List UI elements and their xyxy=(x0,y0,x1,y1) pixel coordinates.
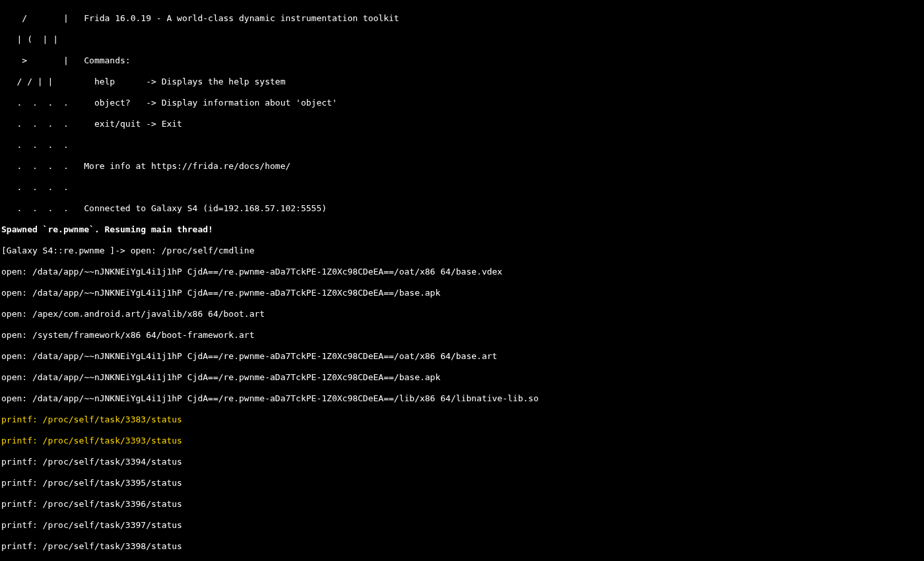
banner-line: / | Frida 16.0.19 - A world-class dynami… xyxy=(1,13,923,24)
banner-line: > | Commands: xyxy=(1,55,923,66)
open-line: open: /system/framework/x86 64/boot-fram… xyxy=(1,330,923,341)
printf-highlight: printf: /proc/self/task/3383/status xyxy=(1,414,923,425)
printf-line: printf: /proc/self/task/3395/status xyxy=(1,478,923,488)
banner-line: . . . . Connected to Galaxy S4 (id=192.1… xyxy=(1,203,923,214)
banner-line: | ( | | xyxy=(1,34,923,45)
open-line: open: /data/app/~~nJNKNEiYgL4i1j1hP CjdA… xyxy=(1,351,923,362)
banner-line: / / | | help -> Displays the help system xyxy=(1,77,923,87)
printf-line: printf: /proc/self/task/3398/status xyxy=(1,541,923,552)
banner-line: . . . . More info at https://frida.re/do… xyxy=(1,161,923,172)
banner-line: . . . . xyxy=(1,140,923,150)
open-line: open: /data/app/~~nJNKNEiYgL4i1j1hP CjdA… xyxy=(1,393,923,404)
open-line: open: /apex/com.android.art/javalib/x86 … xyxy=(1,309,923,319)
open-line: open: /data/app/~~nJNKNEiYgL4i1j1hP CjdA… xyxy=(1,288,923,298)
banner-line: . . . . object? -> Display information a… xyxy=(1,98,923,108)
spawned-line: Spawned `re.pwnme`. Resuming main thread… xyxy=(1,224,923,235)
printf-line: printf: /proc/self/task/3396/status xyxy=(1,499,923,510)
printf-line: printf: /proc/self/task/3394/status xyxy=(1,457,923,467)
prompt-prefix: [Galaxy S4::re.pwnme ]-> xyxy=(1,246,131,255)
prompt-line: [Galaxy S4::re.pwnme ]-> open: /proc/sel… xyxy=(1,246,923,256)
banner-line: . . . . xyxy=(1,182,923,193)
printf-line: printf: /proc/self/task/3397/status xyxy=(1,520,923,531)
terminal[interactable]: / | Frida 16.0.19 - A world-class dynami… xyxy=(0,0,924,561)
banner-line: . . . . exit/quit -> Exit xyxy=(1,119,923,129)
open-line: open: /data/app/~~nJNKNEiYgL4i1j1hP CjdA… xyxy=(1,267,923,277)
open-line: open: /data/app/~~nJNKNEiYgL4i1j1hP CjdA… xyxy=(1,372,923,383)
prompt-command: open: /proc/self/cmdline xyxy=(131,246,255,255)
printf-highlight: printf: /proc/self/task/3393/status xyxy=(1,436,923,446)
